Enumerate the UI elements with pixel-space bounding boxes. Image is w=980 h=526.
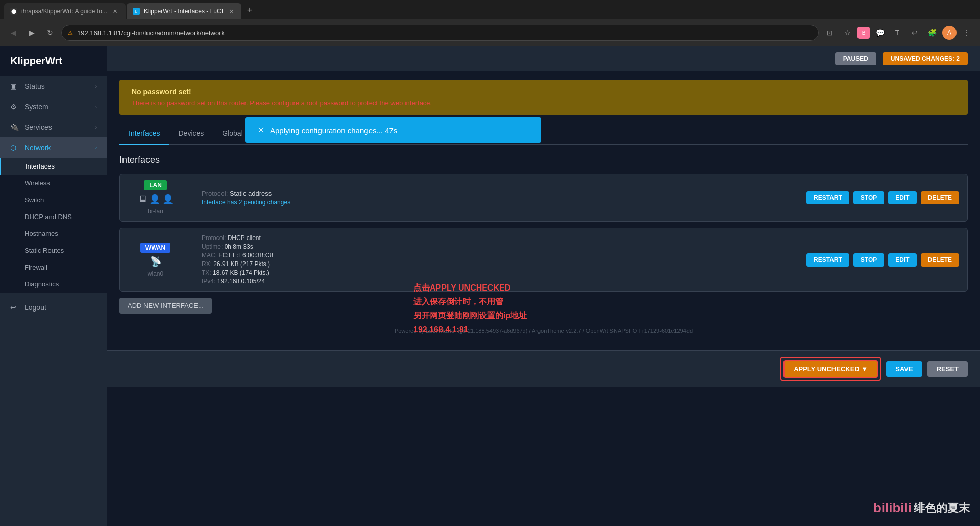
- wwan-rx-label: RX:: [202, 260, 212, 268]
- reset-button[interactable]: RESET: [927, 361, 968, 377]
- network-arrow: ›: [93, 147, 99, 148]
- sidebar-item-interfaces[interactable]: Interfaces: [0, 158, 107, 175]
- reload-button[interactable]: ↻: [43, 26, 57, 40]
- wwan-tx-label: TX:: [202, 269, 211, 276]
- save-button[interactable]: SAVE: [886, 361, 922, 377]
- iface-badge-wwan: WWAN: [140, 243, 170, 253]
- status-label: Status: [24, 82, 95, 90]
- unsaved-changes-button[interactable]: UNSAVED CHANGES: 2: [883, 52, 968, 65]
- menu-icon[interactable]: ⋮: [960, 26, 974, 40]
- sidebar-item-diagnostics[interactable]: Diagnostics: [0, 276, 107, 293]
- back-button[interactable]: ◀: [6, 26, 20, 40]
- tab-close-luci[interactable]: ✕: [227, 7, 235, 15]
- wwan-restart-button[interactable]: RESTART: [806, 253, 849, 267]
- sidebar-item-dhcp-dns[interactable]: DHCP and DNS: [0, 208, 107, 225]
- lan-edit-button[interactable]: EDIT: [888, 191, 916, 204]
- wwan-rx-value: 26.91 KB (217 Pkts.): [213, 260, 270, 268]
- warning-text: There is no password set on this router.…: [132, 99, 955, 107]
- iface-badge-lan: LAN: [144, 180, 167, 190]
- security-icon: ⚠: [68, 30, 73, 36]
- sidebar-item-network[interactable]: ⬡ Network ›: [0, 137, 107, 158]
- tab-favicon-github: ⬤: [10, 8, 17, 15]
- iface-actions-wwan: RESTART STOP EDIT DELETE: [798, 228, 967, 291]
- wwan-mac-label: MAC:: [202, 252, 217, 259]
- protocol-value-lan: Static address: [230, 189, 272, 197]
- sidebar-nav: ▣ Status › ⚙ System › 🔌 Services › ⬡ Net…: [0, 76, 107, 526]
- lan-restart-button[interactable]: RESTART: [806, 191, 849, 204]
- status-icon: ▣: [10, 82, 19, 90]
- applying-overlay: ✳ Applying configuration changes... 47s: [245, 117, 541, 143]
- qq-icon[interactable]: 💬: [873, 26, 887, 40]
- wwan-uptime-row: Uptime: 0h 8m 33s: [202, 243, 788, 250]
- system-arrow: ›: [95, 104, 97, 110]
- user-icon-2: 👤: [162, 194, 174, 205]
- system-icon: ⚙: [10, 103, 19, 111]
- header-bar: PAUSED UNSAVED CHANGES: 2: [107, 46, 980, 71]
- sidebar-item-firewall[interactable]: Firewall: [0, 259, 107, 276]
- address-text: 192.168.1.1:81/cgi-bin/luci/admin/networ…: [77, 29, 225, 37]
- wwan-protocol-row: Protocol: DHCP client: [202, 234, 788, 242]
- back-icon2[interactable]: ↩: [908, 26, 922, 40]
- wwan-delete-button[interactable]: DELETE: [921, 253, 959, 267]
- browser-tab-bar: ⬤ ihrapsa/KlipperWrt: A guide to... ✕ L …: [0, 0, 980, 19]
- warning-title: No password set!: [132, 88, 955, 96]
- lan-delete-button[interactable]: DELETE: [921, 191, 959, 204]
- bookmark-icon[interactable]: ☆: [840, 26, 854, 40]
- protocol-label-lan: Protocol:: [202, 189, 228, 197]
- browser-chrome: ⬤ ihrapsa/KlipperWrt: A guide to... ✕ L …: [0, 0, 980, 46]
- applying-text: Applying configuration changes... 47s: [270, 126, 397, 135]
- tab-github[interactable]: ⬤ ihrapsa/KlipperWrt: A guide to... ✕: [4, 3, 126, 19]
- iface-protocol-lan: Protocol: Static address: [202, 189, 788, 197]
- sidebar-item-services[interactable]: 🔌 Services ›: [0, 117, 107, 137]
- forward-button[interactable]: ▶: [24, 26, 39, 40]
- status-arrow: ›: [95, 84, 97, 89]
- warning-banner: No password set! There is no password se…: [119, 80, 968, 115]
- wwan-stop-button[interactable]: STOP: [853, 253, 884, 267]
- iface-actions-lan: RESTART STOP EDIT DELETE: [798, 174, 967, 221]
- bilibili-ext-icon[interactable]: B: [857, 27, 870, 39]
- monitor-icon: 🖥: [138, 194, 147, 205]
- services-label: Services: [24, 123, 95, 131]
- tab-devices[interactable]: Devices: [169, 123, 213, 145]
- tab-luci[interactable]: L KlipperWrt - Interfaces - LuCI ✕: [127, 3, 241, 19]
- paused-button[interactable]: PAUSED: [835, 52, 876, 65]
- iface-pending-lan[interactable]: Interface has 2 pending changes: [202, 199, 788, 206]
- extensions-icon[interactable]: 🧩: [925, 26, 939, 40]
- wwan-ipv4-label: IPv4:: [202, 278, 215, 285]
- sidebar-item-logout[interactable]: ↩ Logout: [0, 297, 107, 318]
- bottom-bar: APPLY UNCHECKED ▼ SAVE RESET: [107, 350, 980, 387]
- sidebar-item-switch[interactable]: Switch: [0, 192, 107, 208]
- sidebar-item-wireless[interactable]: Wireless: [0, 175, 107, 192]
- network-submenu: Interfaces Wireless Switch DHCP and DNS …: [0, 158, 107, 293]
- wwan-uptime-value: 0h 8m 33s: [225, 243, 253, 250]
- sidebar-item-hostnames[interactable]: Hostnames: [0, 225, 107, 242]
- wwan-protocol-label: Protocol:: [202, 234, 226, 242]
- tab-interfaces[interactable]: Interfaces: [119, 123, 169, 145]
- sidebar-item-static-routes[interactable]: Static Routes: [0, 242, 107, 259]
- wwan-ipv4-value: 192.168.0.105/24: [217, 278, 265, 285]
- sidebar-item-status[interactable]: ▣ Status ›: [0, 76, 107, 97]
- iface-icons-wwan: 📡: [150, 256, 161, 267]
- address-bar[interactable]: ⚠ 192.168.1.1:81/cgi-bin/luci/admin/netw…: [61, 25, 819, 41]
- tab-favicon-luci: L: [133, 8, 140, 15]
- translate-icon[interactable]: T: [890, 26, 904, 40]
- logout-icon: ↩: [10, 303, 19, 312]
- profile-avatar[interactable]: A: [942, 26, 957, 40]
- network-label: Network: [24, 144, 95, 152]
- sidebar-item-system[interactable]: ⚙ System ›: [0, 97, 107, 117]
- screen-cast-icon[interactable]: ⊡: [823, 26, 837, 40]
- apply-unchecked-button[interactable]: APPLY UNCHECKED ▼: [783, 360, 878, 378]
- tab-close-github[interactable]: ✕: [111, 7, 119, 15]
- wwan-uptime-label: Uptime:: [202, 243, 223, 250]
- tab-title-luci: KlipperWrt - Interfaces - LuCI: [144, 8, 223, 15]
- new-tab-button[interactable]: +: [242, 3, 257, 17]
- add-interface-button[interactable]: ADD NEW INTERFACE...: [119, 298, 212, 314]
- footer: Powered by LuCI Master (git-21.188.54937…: [119, 324, 968, 338]
- iface-left-lan: LAN 🖥 👤 👤 br-lan: [120, 174, 191, 221]
- wwan-edit-button[interactable]: EDIT: [888, 253, 916, 267]
- app-layout: KlipperWrt ▣ Status › ⚙ System › 🔌 Servi…: [0, 46, 980, 526]
- sidebar: KlipperWrt ▣ Status › ⚙ System › 🔌 Servi…: [0, 46, 107, 526]
- lan-stop-button[interactable]: STOP: [853, 191, 884, 204]
- iface-info-lan: Protocol: Static address Interface has 2…: [191, 174, 798, 221]
- logout-label: Logout: [24, 303, 97, 312]
